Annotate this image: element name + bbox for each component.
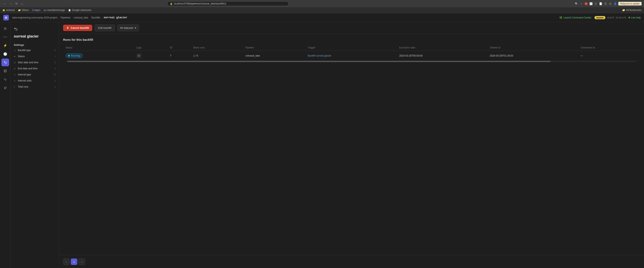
table-row: Running <box>63 51 640 61</box>
sidebar-btn-settings[interactable] <box>2 84 9 92</box>
breadcrumb-pipelines[interactable]: Pipelines <box>60 16 70 19</box>
interval-type-label: Interval type <box>18 73 31 76</box>
logs-icon[interactable] <box>136 54 142 58</box>
main-layout: ⊞ </> ⚡ 🕐 <box>0 22 644 268</box>
next-page-button[interactable]: → <box>78 258 85 265</box>
backfill-type-value: 0 <box>54 49 56 52</box>
icon-sidebar: ⊞ </> ⚡ 🕐 <box>0 22 10 268</box>
forward-button[interactable]: → <box>8 2 13 6</box>
col-pipeline: Pipeline <box>243 45 306 51</box>
running-badge: Running <box>66 53 83 58</box>
settings-item-interval-type[interactable]: ⊙ Interval type D <box>10 72 59 78</box>
bookmark-others[interactable]: 📁 Others <box>18 9 29 12</box>
bookmark-mandarinorange-label: mandarinorange <box>47 9 65 12</box>
zoom-icon[interactable]: 🔍 <box>574 2 578 6</box>
row-started-at: 2024-03-28T01:29:03 <box>488 51 578 61</box>
app-topbar: M data-engineering-zoomcamp-2024-project… <box>0 13 644 22</box>
home-button[interactable]: ⌂ <box>20 2 24 6</box>
row-execution-date: 2024-03-25T00:00:00 <box>397 51 488 61</box>
settings-item-status[interactable]: ◈ Status i <box>10 53 59 59</box>
star-icon[interactable]: ☆ <box>580 2 583 6</box>
start-date-label: Start date and time <box>18 61 38 64</box>
cancel-backfill-button[interactable]: ⏸ Cancel backfill <box>63 25 92 31</box>
trigger-link[interactable]: Backfill surreal glacier <box>308 54 332 57</box>
sidebar-btn-pipeline[interactable]: ⚡ <box>2 42 9 49</box>
update-badge[interactable]: Update <box>594 16 605 19</box>
svg-rect-0 <box>4 70 6 72</box>
launch-command-label: Launch Command Center <box>564 16 591 19</box>
live-help-button[interactable]: ✚ Live help <box>628 16 641 19</box>
horizontal-scrollbar[interactable] <box>67 61 636 62</box>
archived-icon: ⭐ <box>2 9 5 12</box>
col-execution-date: Execution date <box>397 45 488 51</box>
launch-command-button[interactable]: 🌿 Launch Command Center <box>558 16 593 20</box>
interval-type-value: D <box>54 73 56 76</box>
status-dropdown[interactable]: All statuses ▾ <box>117 25 139 31</box>
all-bookmarks-label: All Bookmarks <box>626 9 642 12</box>
menu-icon[interactable]: ☰ <box>604 2 608 6</box>
col-block-runs: Block runs <box>191 45 243 51</box>
row-logs[interactable] <box>134 51 168 61</box>
extension-icon-3[interactable]: © <box>594 2 598 6</box>
all-bookmarks[interactable]: 📁 All Bookmarks <box>622 9 642 12</box>
col-id: ID <box>168 45 191 51</box>
breadcrumb-project[interactable]: data-engineering-zoomcamp-2024-project <box>12 16 57 19</box>
address-text: localhost:6789/pipelines/colossal_lake/b… <box>174 2 226 5</box>
sidebar-btn-clock[interactable]: 🕐 <box>2 50 9 58</box>
extension-icon-4[interactable]: 📑 <box>599 2 602 6</box>
settings-item-backfill-type[interactable]: ◁ Backfill type 0 <box>10 47 59 53</box>
settings-panel: surreal glacier Settings ◁ Backfill type… <box>10 22 59 268</box>
svg-point-8 <box>6 87 6 88</box>
browser-topbar: ← → ↻ ⌂ 🔒 localhost:6789/pipelines/colos… <box>0 0 644 7</box>
total-runs-label: Total runs <box>18 85 28 88</box>
breadcrumb-sep-1: › <box>58 16 59 19</box>
reload-button[interactable]: ↻ <box>14 2 18 6</box>
row-trigger[interactable]: Backfill surreal glacier <box>306 51 397 61</box>
edit-backfill-button[interactable]: Edit backfill <box>95 25 115 31</box>
sidebar-btn-backfill[interactable] <box>2 59 9 66</box>
browser-actions: 🔍 ☆ 🔴 ⬜ © 📑 ☰ ⊡ 👤 Relaunch to update <box>574 2 642 6</box>
running-label: Running <box>71 54 80 57</box>
sidebar-btn-table[interactable] <box>2 67 9 75</box>
extension-icon-2[interactable]: ⬜ <box>589 2 593 6</box>
bookmark-archived[interactable]: ⭐ Achived <box>2 9 15 12</box>
settings-item-end-date[interactable]: ⊟ End date and time 2 <box>10 65 59 72</box>
settings-item-total-runs[interactable]: # Total runs 1 <box>10 84 59 90</box>
breadcrumb-backfills[interactable]: Backfills <box>92 16 100 19</box>
relaunch-button[interactable]: Relaunch to update <box>618 2 642 6</box>
total-runs-icon: # <box>14 86 16 88</box>
cancel-backfill-label: Cancel backfill <box>70 26 89 29</box>
breadcrumb-sep-3: › <box>90 16 90 19</box>
start-date-icon: ⊟ <box>14 61 16 64</box>
bookmark-mandarinorange[interactable]: wx mandarinorange <box>44 9 65 12</box>
interval-units-value: 1 <box>54 79 56 82</box>
bookmark-google-classroom-label: Google classroom <box>72 9 92 12</box>
row-status: Running <box>63 51 134 61</box>
user-icon[interactable]: 👤 <box>614 2 617 6</box>
bookmark-google[interactable]: Google <box>32 9 40 12</box>
breadcrumb-colossal-lake[interactable]: colossal_lake <box>74 16 88 19</box>
settings-item-interval-units[interactable]: ⊙ Interval units 1 <box>10 78 59 84</box>
sidebar-btn-monitor[interactable] <box>2 76 9 83</box>
extension-icon-1[interactable]: 🔴 <box>584 2 588 6</box>
bookmark-google-classroom[interactable]: 📋 Google classroom <box>68 9 92 12</box>
row-block-runs: 1 / 5 <box>191 51 243 61</box>
back-button[interactable]: ← <box>2 2 7 6</box>
cancel-icon: ⏸ <box>66 26 69 29</box>
settings-item-start-date[interactable]: ⊟ Start date and time 2 <box>10 59 59 65</box>
app-logo: M <box>3 15 9 21</box>
sidebar-btn-dashboard[interactable]: ⊞ <box>2 25 9 32</box>
table-header: Status Logs ID Block runs Pipeline Trigg… <box>63 45 640 51</box>
prev-page-button[interactable]: ← <box>63 258 70 265</box>
sidebar-toggle-icon[interactable]: ⊡ <box>608 2 612 6</box>
running-dot <box>68 55 70 57</box>
svg-point-7 <box>4 88 5 88</box>
sidebar-btn-code[interactable]: </> <box>2 33 9 41</box>
breadcrumb-sep-4: › <box>102 16 102 19</box>
address-bar[interactable]: 🔒 localhost:6789/pipelines/colossal_lake… <box>167 2 289 6</box>
page-1-button[interactable]: 1 <box>71 258 77 265</box>
back-button[interactable] <box>10 25 59 33</box>
google-icon: Google <box>32 9 40 12</box>
row-id: 7 <box>168 51 191 61</box>
bookmarks-bar: ⭐ Achived 📁 Others Google wx mandarinora… <box>0 7 644 13</box>
